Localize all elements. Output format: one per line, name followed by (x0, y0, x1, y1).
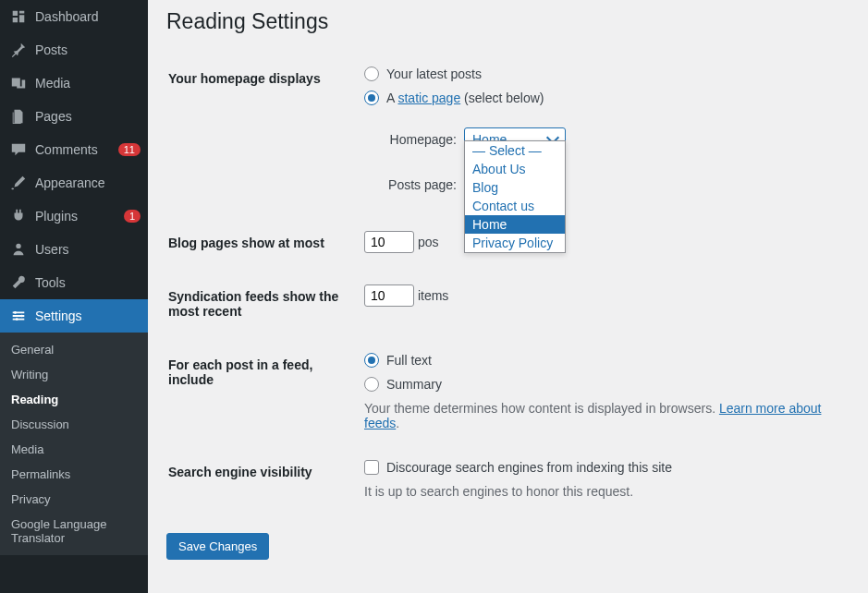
sidebar-item-media[interactable]: Media (0, 67, 148, 100)
homepage-dropdown[interactable]: — Select —About UsBlogContact usHomePriv… (464, 140, 566, 253)
radio-static-page[interactable] (364, 91, 379, 105)
svg-point-2 (20, 315, 23, 318)
sidebar-item-tools[interactable]: Tools (0, 266, 148, 299)
radio-latest-posts[interactable] (364, 67, 379, 81)
svg-point-1 (14, 311, 17, 314)
search-description: It is up to search engines to honor this… (364, 484, 838, 499)
discourage-search-checkbox[interactable] (364, 460, 379, 475)
radio-full-text[interactable] (364, 353, 379, 368)
blog-pages-suffix: pos (418, 235, 439, 249)
feed-include-label: For each post in a feed, include (168, 339, 353, 444)
blog-pages-input[interactable] (364, 231, 414, 253)
blog-pages-label: Blog pages show at most (168, 217, 353, 269)
submenu-writing[interactable]: Writing (0, 362, 148, 387)
search-visibility-label: Search engine visibility (168, 446, 353, 513)
brush-icon (9, 174, 28, 192)
dropdown-option[interactable]: — Select — (465, 141, 565, 160)
homepage-displays-label: Your homepage displays (168, 53, 353, 215)
sidebar-item-comments[interactable]: Comments 11 (0, 133, 148, 166)
settings-icon (9, 307, 28, 325)
syndication-label: Syndication feeds show the most recent (168, 271, 353, 337)
svg-point-0 (16, 244, 20, 248)
dropdown-option[interactable]: Blog (465, 178, 565, 197)
sidebar-item-appearance[interactable]: Appearance (0, 166, 148, 200)
sidebar-item-dashboard[interactable]: Dashboard (0, 0, 148, 33)
media-icon (9, 74, 28, 92)
submenu-google-translator[interactable]: Google Language Translator (0, 512, 148, 551)
discourage-label: Discourage search engines from indexing … (386, 460, 672, 475)
settings-submenu: General Writing Reading Discussion Media… (0, 333, 148, 555)
svg-point-3 (16, 318, 18, 321)
sidebar-item-settings[interactable]: Settings (0, 299, 148, 333)
sidebar-label: Plugins (35, 209, 120, 224)
sidebar-label: Pages (35, 109, 141, 124)
radio-summary[interactable] (364, 377, 379, 392)
page-title: Reading Settings (166, 9, 850, 34)
dropdown-option[interactable]: Privacy Policy (465, 234, 565, 252)
feed-description: Your theme determines how content is dis… (364, 401, 838, 430)
posts-page-select-label: Posts page: (386, 177, 457, 192)
comments-badge: 11 (118, 143, 141, 156)
sidebar-label: Appearance (35, 175, 141, 190)
submenu-discussion[interactable]: Discussion (0, 412, 148, 437)
radio-summary-label: Summary (386, 377, 442, 392)
submenu-reading[interactable]: Reading (0, 387, 148, 412)
dropdown-option[interactable]: About Us (465, 160, 565, 178)
sidebar-label: Tools (35, 275, 141, 290)
save-changes-button[interactable]: Save Changes (166, 533, 269, 560)
submenu-general[interactable]: General (0, 337, 148, 362)
sidebar-item-plugins[interactable]: Plugins 1 (0, 200, 148, 233)
sidebar-label: Dashboard (35, 9, 141, 24)
sidebar-label: Comments (35, 142, 115, 157)
dropdown-option[interactable]: Home (465, 215, 565, 234)
sidebar-item-users[interactable]: Users (0, 233, 148, 266)
pin-icon (9, 41, 28, 59)
radio-full-label: Full text (386, 353, 432, 368)
sidebar-item-posts[interactable]: Posts (0, 33, 148, 67)
plugins-badge: 1 (124, 210, 141, 223)
radio-latest-label: Your latest posts (386, 67, 482, 81)
radio-static-label: A static page (select below) (386, 91, 544, 105)
sidebar-label: Users (35, 242, 141, 257)
comment-icon (9, 140, 28, 159)
sidebar-label: Media (35, 76, 141, 91)
admin-sidebar: Dashboard Posts Media Pages Comments 11 … (0, 0, 148, 593)
plug-icon (9, 207, 28, 225)
syndication-input[interactable] (364, 284, 414, 307)
syndication-suffix: items (418, 288, 448, 303)
static-page-link[interactable]: static page (397, 91, 460, 105)
dashboard-icon (9, 7, 28, 26)
user-icon (9, 240, 28, 259)
homepage-select-label: Homepage: (386, 132, 457, 147)
submenu-permalinks[interactable]: Permalinks (0, 462, 148, 487)
wrench-icon (9, 273, 28, 292)
main-content: Reading Settings Your homepage displays … (148, 0, 868, 578)
sidebar-label: Settings (35, 309, 141, 323)
submenu-privacy[interactable]: Privacy (0, 487, 148, 512)
submenu-media[interactable]: Media (0, 437, 148, 462)
dropdown-option[interactable]: Contact us (465, 197, 565, 215)
sidebar-item-pages[interactable]: Pages (0, 100, 148, 133)
sidebar-label: Posts (35, 42, 141, 57)
pages-icon (9, 107, 28, 126)
